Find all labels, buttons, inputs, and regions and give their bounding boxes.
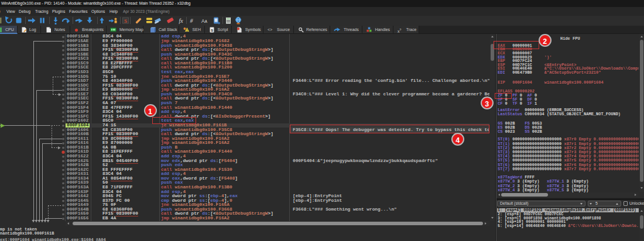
svg-text:!: ! [187,29,188,32]
svg-text:S: S [124,18,127,24]
svg-text:fx: fx [179,18,183,24]
svg-text:Aᴀ: Aᴀ [201,18,208,24]
svg-text:#: # [190,18,194,24]
svg-text:s: s [211,28,213,33]
